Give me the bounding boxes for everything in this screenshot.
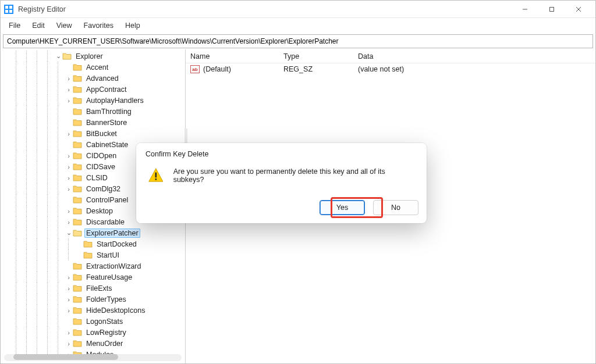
value-type: REG_SZ [279, 65, 353, 73]
dialog-title: Confirm Key Delete [136, 143, 427, 162]
address-bar[interactable] [3, 34, 593, 48]
menu-favorites[interactable]: Favorites [79, 20, 118, 31]
expander-closed-icon[interactable]: › [65, 97, 73, 104]
maximize-button[interactable] [538, 1, 565, 18]
tree-item-menuorder[interactable]: › MenuOrder [2, 338, 185, 349]
tree-item-bitbucket[interactable]: › BitBucket [2, 128, 185, 139]
expander-closed-icon[interactable]: › [65, 208, 73, 215]
tree-item-label: Desktop [84, 207, 115, 215]
tree-item-lowregistry[interactable]: › LowRegistry [2, 327, 185, 338]
expander-closed-icon[interactable]: › [65, 152, 73, 159]
tree-item-label: FeatureUsage [84, 273, 134, 281]
menu-file[interactable]: File [4, 20, 25, 31]
expander-closed-icon[interactable]: › [65, 174, 73, 181]
expander-closed-icon[interactable]: › [65, 130, 73, 137]
close-button[interactable] [565, 1, 592, 18]
tree-item-label: BannerStore [84, 119, 129, 127]
confirm-key-delete-dialog: Confirm Key Delete Are you sure you want… [136, 143, 427, 223]
folder-icon [73, 163, 82, 170]
value-row[interactable]: ab (Default) REG_SZ (value not set) [186, 63, 595, 75]
tree-item-featureusage[interactable]: › FeatureUsage [2, 272, 185, 283]
tree-item-advanced[interactable]: › Advanced [2, 73, 185, 84]
minimize-button[interactable] [512, 1, 538, 18]
expander-closed-icon[interactable]: › [65, 163, 73, 170]
folder-icon [73, 306, 82, 314]
tree-item-bamthrottling[interactable]: · BamThrottling [2, 106, 185, 117]
tree-item-label: BitBucket [84, 130, 119, 138]
folder-icon [73, 284, 82, 292]
expander-open-icon[interactable]: ⌄ [65, 229, 73, 237]
folder-icon [73, 85, 82, 93]
folder-icon [73, 273, 82, 281]
menu-view[interactable]: View [52, 20, 77, 31]
folder-icon [73, 196, 82, 204]
tree-item-label: Accent [84, 63, 110, 72]
tree-item-explorerpatcher[interactable]: ⌄ ExplorerPatcher [2, 227, 185, 238]
folder-icon [73, 141, 82, 148]
folder-icon [73, 229, 82, 237]
svg-rect-2 [5, 10, 8, 13]
tree-item-explorer[interactable]: ⌄ Explorer [2, 51, 185, 62]
tree-item-label: Advanced [84, 74, 120, 83]
expander-closed-icon[interactable]: › [65, 75, 73, 82]
value-name: (Default) [203, 65, 231, 73]
tree-item-autoplayhandlers[interactable]: › AutoplayHandlers [2, 95, 185, 106]
folder-icon [83, 240, 93, 248]
tree-item-label: AutoplayHandlers [84, 97, 146, 105]
tree-item-foldertypes[interactable]: › FolderTypes [2, 294, 185, 305]
columns-header[interactable]: Name Type Data [186, 49, 595, 63]
tree-item-label: FolderTypes [84, 295, 128, 304]
tree-item-fileexts[interactable]: › FileExts [2, 283, 185, 294]
menu-edit[interactable]: Edit [27, 20, 49, 31]
expander-closed-icon[interactable]: › [65, 329, 73, 336]
col-name[interactable]: Name [186, 52, 279, 60]
dialog-message: Are you sure you want to permanently del… [173, 167, 415, 184]
svg-rect-3 [9, 10, 12, 13]
tree-item-label: LogonStats [84, 317, 125, 326]
folder-icon [73, 340, 82, 347]
tree-item-hidedesktopicons[interactable]: › HideDesktopIcons [2, 305, 185, 316]
expander-closed-icon[interactable]: › [65, 307, 73, 314]
dialog-no-button[interactable]: No [373, 200, 418, 215]
tree-item-bannerstore[interactable]: · BannerStore [2, 117, 185, 128]
menu-help[interactable]: Help [120, 20, 145, 31]
folder-icon [73, 74, 82, 82]
window-title: Registry Editor [18, 5, 66, 13]
tree-item-label: CIDOpen [84, 152, 118, 160]
folder-icon [73, 97, 82, 104]
expander-closed-icon[interactable]: › [65, 219, 73, 226]
tree-item-logonstats[interactable]: · LogonStats [2, 316, 185, 327]
menubar: File Edit View Favorites Help [1, 18, 595, 33]
tree-item-label: BamThrottling [84, 108, 133, 116]
tree-item-label: ComDlg32 [84, 185, 122, 193]
tree-item-appcontract[interactable]: › AppContract [2, 84, 185, 95]
tree-item-startdocked[interactable]: · StartDocked [2, 238, 185, 249]
expander-closed-icon[interactable]: › [65, 185, 73, 192]
folder-icon [73, 207, 82, 215]
tree-item-label: ExplorerPatcher [84, 229, 140, 238]
expander-closed-icon[interactable]: › [65, 296, 73, 303]
folder-icon [83, 251, 93, 259]
tree-item-extractionwizard[interactable]: · ExtractionWizard [2, 260, 185, 272]
tree-item-label: Explorer [74, 52, 105, 60]
expander-closed-icon[interactable]: › [65, 340, 73, 347]
col-data[interactable]: Data [353, 52, 595, 60]
registry-editor-window: Registry Editor File Edit View Favorites… [0, 0, 596, 364]
value-data: (value not set) [353, 65, 595, 73]
folder-icon [73, 185, 82, 192]
expander-closed-icon[interactable]: › [65, 285, 73, 292]
tree-item-label: MenuOrder [84, 340, 125, 348]
dialog-yes-button[interactable]: Yes [320, 200, 365, 215]
address-input[interactable] [6, 37, 590, 46]
tree-item-label: Discardable [84, 218, 126, 226]
expander-closed-icon[interactable]: › [65, 274, 73, 281]
tree-item-label: StartDocked [95, 240, 139, 248]
col-type[interactable]: Type [279, 52, 353, 60]
expander-open-icon[interactable]: ⌄ [54, 52, 62, 60]
folder-icon [73, 317, 82, 325]
folder-icon [73, 329, 82, 336]
tree-item-startui[interactable]: · StartUI [2, 249, 185, 260]
tree-horizontal-scrollbar[interactable] [4, 354, 182, 361]
tree-item-accent[interactable]: · Accent [2, 62, 185, 73]
expander-closed-icon[interactable]: › [65, 86, 73, 93]
